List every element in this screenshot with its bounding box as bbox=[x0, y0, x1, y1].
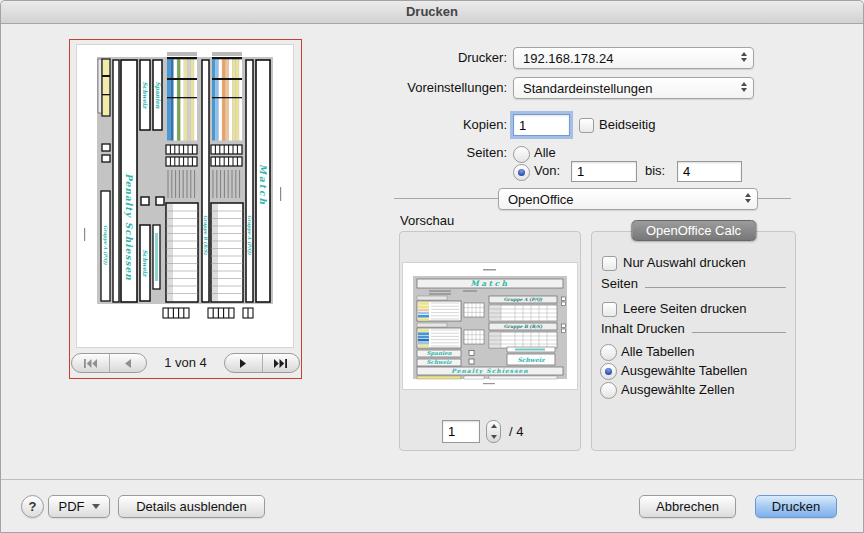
copies-label: Kopien: bbox=[307, 114, 507, 136]
all-tables-label[interactable]: Alle Tabellen bbox=[621, 342, 694, 361]
pages-to-label: bis: bbox=[645, 162, 665, 180]
pages-to-input[interactable] bbox=[677, 161, 742, 182]
first-page-button[interactable] bbox=[72, 354, 109, 372]
group-rule bbox=[645, 287, 786, 288]
presets-label: Voreinstellungen: bbox=[307, 77, 507, 99]
pdf-menu-label: PDF bbox=[59, 499, 85, 514]
mini-match-label: Match bbox=[470, 279, 509, 288]
help-button[interactable]: ? bbox=[21, 495, 44, 518]
pages-from-radio[interactable] bbox=[513, 164, 530, 181]
duplex-checkbox-label[interactable]: Beidseitig bbox=[599, 114, 655, 136]
mini-schweiz-right-label: Schweiz bbox=[517, 356, 545, 363]
pages-group-heading-label: Seiten bbox=[601, 276, 638, 291]
pages-from-input[interactable] bbox=[571, 161, 637, 182]
mini-page-preview: Match Gruppe A (P/Q) bbox=[403, 263, 577, 389]
previous-page-icon bbox=[123, 356, 132, 371]
copies-input[interactable] bbox=[513, 114, 570, 136]
mini-schweiz-left-label: Schweiz bbox=[427, 359, 453, 365]
mini-spanien-label: Spanien bbox=[427, 350, 453, 357]
pages-all-label[interactable]: Alle bbox=[534, 144, 556, 162]
thumbnail-navigation: 1 von 4 bbox=[70, 353, 301, 375]
vorschau-label: Vorschau bbox=[400, 210, 454, 232]
printer-label: Drucker: bbox=[307, 47, 507, 69]
popup-arrows-icon bbox=[741, 82, 747, 92]
selected-tables-label[interactable]: Ausgewählte Tabellen bbox=[621, 361, 747, 380]
thumb-schweiz-bottom-label: Schweiz bbox=[142, 249, 149, 277]
last-page-button[interactable] bbox=[262, 354, 300, 372]
popup-arrows-icon bbox=[741, 52, 747, 62]
duplex-checkbox[interactable] bbox=[579, 118, 594, 133]
pages-all-radio[interactable] bbox=[513, 146, 530, 163]
thumb-gruppe-a-right-label: Gruppe A (P/Q) bbox=[247, 215, 252, 255]
calc-options-panel: OpenOffice Calc Nur Auswahl drucken Seit… bbox=[591, 231, 796, 451]
pdf-menu-button[interactable]: PDF bbox=[48, 495, 110, 518]
app-options-select[interactable]: OpenOffice bbox=[498, 188, 758, 210]
print-empty-pages-checkbox[interactable] bbox=[602, 302, 617, 317]
print-button[interactable]: Drucken bbox=[755, 495, 837, 518]
rotated-sheet-preview: Gruppe A (P/Q) Penalty Schiessen Schweiz… bbox=[77, 45, 293, 347]
stepper-up-icon[interactable] bbox=[487, 421, 500, 432]
thumb-match-label: Match bbox=[258, 164, 268, 206]
page-thumbnail: Gruppe A (P/Q) Penalty Schiessen Schweiz… bbox=[77, 45, 293, 347]
printer-select-value: 192.168.178.24 bbox=[523, 51, 733, 66]
thumb-spanien-label: Spanien bbox=[154, 81, 162, 109]
group-rule bbox=[692, 332, 786, 333]
first-page-icon bbox=[84, 356, 97, 371]
cancel-button[interactable]: Abbrechen bbox=[639, 495, 736, 518]
next-page-button[interactable] bbox=[225, 354, 262, 372]
presets-select-value: Standardeinstellungen bbox=[523, 81, 733, 96]
sheet-mini-preview: Match Gruppe A (P/Q) bbox=[403, 263, 577, 389]
pages-from-label[interactable]: Von: bbox=[534, 162, 560, 180]
footer-divider bbox=[1, 479, 863, 480]
thumb-gruppe-b-label: Gruppe B (R/S) bbox=[203, 215, 208, 255]
print-empty-pages-label[interactable]: Leere Seiten drucken bbox=[623, 298, 747, 320]
print-dialog-window: Drucken Gruppe A (P/Q) bbox=[0, 0, 864, 533]
app-options-select-value: OpenOffice bbox=[508, 192, 737, 207]
selected-cells-radio[interactable] bbox=[600, 382, 617, 399]
print-selection-label[interactable]: Nur Auswahl drucken bbox=[623, 252, 746, 274]
stepper-down-icon[interactable] bbox=[487, 432, 500, 443]
thumb-schweiz-top-label: Schweiz bbox=[142, 81, 149, 109]
pages-label: Seiten: bbox=[307, 144, 507, 162]
print-selection-checkbox[interactable] bbox=[602, 256, 617, 271]
page-total-label: / 4 bbox=[509, 421, 523, 443]
presets-select[interactable]: Standardeinstellungen bbox=[513, 77, 754, 99]
vorschau-panel: Match Gruppe A (P/Q) bbox=[399, 231, 581, 451]
thumb-penalty-label: Penalty Schiessen bbox=[124, 173, 134, 281]
thumbnail-panel: Gruppe A (P/Q) Penalty Schiessen Schweiz… bbox=[69, 39, 302, 379]
thumb-gruppe-a-left-label: Gruppe A (P/Q) bbox=[103, 225, 108, 265]
content-group-heading-label: Inhalt Drucken bbox=[601, 321, 685, 336]
mini-gruppe-b-label: Gruppe B (R/S) bbox=[504, 324, 543, 329]
preview-page-input[interactable] bbox=[442, 420, 480, 443]
selected-tables-radio[interactable] bbox=[600, 363, 617, 380]
pdf-menu-arrow-icon bbox=[92, 504, 100, 509]
dialog-title: Drucken bbox=[406, 4, 458, 19]
printer-select[interactable]: 192.168.178.24 bbox=[513, 47, 754, 69]
hide-details-button[interactable]: Details ausblenden bbox=[118, 495, 265, 518]
calc-panel-tab: OpenOffice Calc bbox=[631, 220, 756, 241]
titlebar: Drucken bbox=[1, 1, 863, 24]
last-page-icon bbox=[274, 356, 287, 371]
pages-group-heading: Seiten bbox=[601, 276, 786, 291]
page-stepper[interactable] bbox=[486, 420, 501, 443]
popup-arrows-icon bbox=[745, 193, 751, 203]
mini-gruppe-a-label: Gruppe A (P/Q) bbox=[504, 297, 543, 302]
selected-cells-label[interactable]: Ausgewählte Zellen bbox=[621, 380, 734, 399]
previous-page-button[interactable] bbox=[109, 354, 147, 372]
all-tables-radio[interactable] bbox=[600, 344, 617, 361]
next-page-icon bbox=[239, 356, 248, 371]
mini-penalty-label: Penalty Schiessen bbox=[451, 367, 528, 375]
content-group-heading: Inhalt Drucken bbox=[601, 321, 786, 336]
